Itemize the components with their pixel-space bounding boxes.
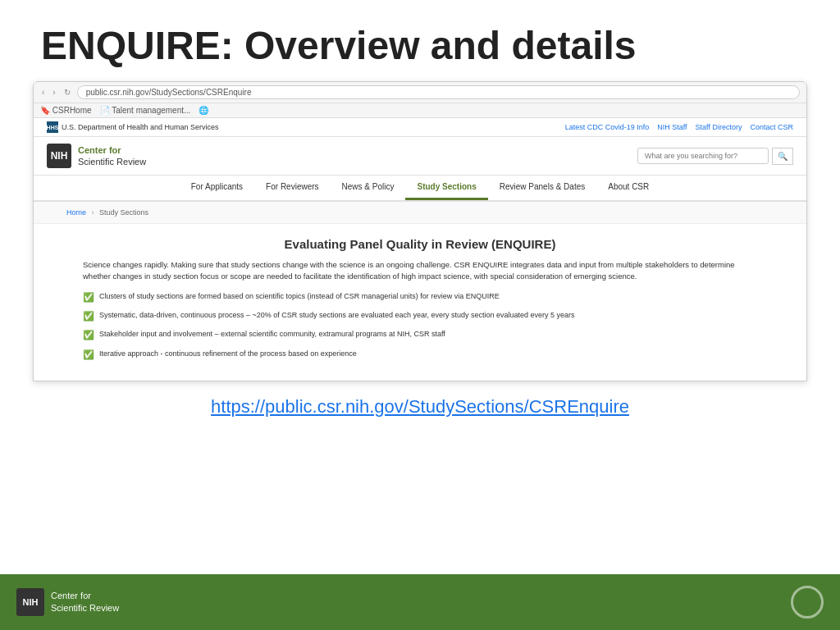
slide-title: ENQUIRE: Overview and details	[0, 0, 840, 81]
hhs-logo-area: HHS U.S. Department of Health and Human …	[47, 121, 219, 133]
nih-logo: NIH Center for Scientific Review	[47, 144, 146, 168]
enquire-url-link[interactable]: https://public.csr.nih.gov/StudySections…	[211, 396, 629, 417]
footer-nih-box: NIH	[16, 588, 44, 616]
browser-bar: ‹ › ↻ public.csr.nih.gov/StudySections/C…	[34, 82, 806, 103]
main-nav: For Applicants For Reviewers News & Poli…	[34, 176, 806, 202]
footer-logo-text: Center for Scientific Review	[51, 590, 119, 615]
search-input[interactable]	[637, 148, 769, 164]
hhs-link-covid[interactable]: Latest CDC Covid-19 Info	[565, 123, 650, 131]
bottom-link-area: https://public.csr.nih.gov/StudySections…	[0, 381, 840, 426]
breadcrumb-separator: ›	[92, 208, 94, 217]
bullet-text-3: Stakeholder input and involvement – exte…	[99, 329, 445, 340]
hhs-link-staffdir[interactable]: Staff Directory	[696, 123, 742, 131]
bookmark-csrhome[interactable]: 🔖 CSRHome	[40, 106, 92, 115]
bookmarks-bar: 🔖 CSRHome 📄 Talent management... 🌐	[34, 103, 806, 118]
breadcrumb-current: Study Sections	[99, 208, 148, 217]
svg-text:HHS: HHS	[47, 125, 58, 130]
bullet-item-3: ✅ Stakeholder input and involvement – ex…	[83, 329, 757, 341]
bullet-item-1: ✅ Clusters of study sections are formed …	[83, 291, 757, 304]
bullet-text-4: Iterative approach - continuous refineme…	[99, 349, 357, 359]
footer-bar: NIH Center for Scientific Review	[0, 574, 840, 630]
hhs-link-nihstaff[interactable]: NIH Staff	[657, 123, 687, 131]
footer-circle-icon	[791, 586, 824, 619]
nav-for-applicants[interactable]: For Applicants	[180, 176, 254, 200]
enquire-intro-text: Science changes rapidly. Making sure tha…	[83, 259, 757, 283]
nih-logo-line2: Scientific Review	[78, 157, 146, 167]
breadcrumb: Home › Study Sections	[34, 202, 806, 224]
bullet-text-2: Systematic, data-driven, continuous proc…	[99, 310, 575, 321]
nav-for-reviewers[interactable]: For Reviewers	[254, 176, 330, 200]
nav-about-csr[interactable]: About CSR	[596, 176, 660, 200]
nih-logo-line1: Center for	[78, 144, 146, 156]
bookmark-talent[interactable]: 📄 Talent management...	[100, 106, 191, 115]
nav-news-policy[interactable]: News & Policy	[331, 176, 406, 200]
browser-window: ‹ › ↻ public.csr.nih.gov/StudySections/C…	[33, 81, 807, 381]
nav-study-sections[interactable]: Study Sections	[405, 176, 487, 200]
footer-logo-line2: Scientific Review	[51, 602, 119, 614]
footer-logo: NIH Center for Scientific Review	[16, 588, 119, 616]
browser-forward-btn[interactable]: ›	[51, 88, 57, 97]
bullet-icon-1: ✅	[83, 291, 94, 304]
url-bar[interactable]: public.csr.nih.gov/StudySections/CSREnqu…	[77, 85, 800, 99]
bookmark-icon[interactable]: 🌐	[199, 106, 208, 115]
enquire-page-title: Evaluating Panel Quality in Review (ENQU…	[83, 237, 757, 251]
breadcrumb-home[interactable]: Home	[66, 208, 86, 217]
bullet-icon-3: ✅	[83, 329, 94, 341]
hhs-bar: HHS U.S. Department of Health and Human …	[34, 118, 806, 137]
bullet-text-1: Clusters of study sections are formed ba…	[99, 291, 500, 302]
bullet-icon-2: ✅	[83, 310, 94, 322]
main-content: Evaluating Panel Quality in Review (ENQU…	[34, 224, 806, 381]
footer-logo-line1: Center for	[51, 590, 119, 602]
nih-logo-text: Center for Scientific Review	[78, 144, 146, 168]
search-button[interactable]: 🔍	[772, 148, 793, 165]
nav-review-panels[interactable]: Review Panels & Dates	[488, 176, 597, 200]
nih-website: HHS U.S. Department of Health and Human …	[34, 118, 806, 381]
hhs-logo-icon: HHS	[47, 121, 58, 133]
browser-refresh-btn[interactable]: ↻	[62, 88, 72, 97]
nih-logo-box: NIH	[47, 144, 71, 168]
browser-back-btn[interactable]: ‹	[40, 88, 46, 97]
hhs-link-contact[interactable]: Contact CSR	[750, 123, 793, 131]
bullet-list: ✅ Clusters of study sections are formed …	[83, 291, 757, 362]
nih-header: NIH Center for Scientific Review 🔍	[34, 137, 806, 176]
nih-search-area: 🔍	[637, 148, 793, 165]
hhs-text: U.S. Department of Health and Human Serv…	[62, 123, 219, 131]
bullet-item-2: ✅ Systematic, data-driven, continuous pr…	[83, 310, 757, 322]
bullet-item-4: ✅ Iterative approach - continuous refine…	[83, 349, 757, 361]
hhs-links: Latest CDC Covid-19 Info NIH Staff Staff…	[565, 123, 793, 131]
bullet-icon-4: ✅	[83, 349, 94, 361]
